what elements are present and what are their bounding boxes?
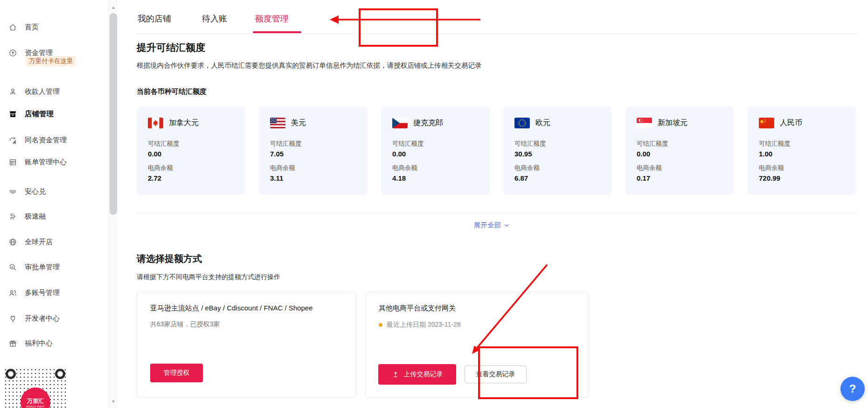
sidebar-item-label: 全球开店 <box>25 238 53 246</box>
scrollbar-thumb[interactable] <box>110 13 117 215</box>
limit-value: 7.05 <box>270 150 368 158</box>
help-button[interactable]: ? <box>840 377 865 401</box>
sidebar-item-label: 同名资金管理 <box>25 136 67 145</box>
currency-name: 新加坡元 <box>658 118 687 128</box>
sidebar-item-anxin-exchange[interactable]: 安心兑 <box>8 186 46 197</box>
worldcard-badge: 万里付卡在这里 <box>26 56 76 66</box>
sidebar-item-same-name-funds[interactable]: 同名资金管理 <box>8 134 67 146</box>
balance-value: 6.87 <box>514 174 612 182</box>
sidebar-item-multi-account[interactable]: 多账号管理 <box>8 287 60 298</box>
sidebar-item-developer[interactable]: 开发者中心 <box>8 313 60 324</box>
exchange-link-icon <box>8 187 17 196</box>
sidebar-item-label: 安心兑 <box>25 187 46 196</box>
limit-value: 0.00 <box>148 150 245 158</box>
balance-value: 2.72 <box>148 174 245 182</box>
bill-table-icon <box>8 158 17 167</box>
sidebar-item-label: 首页 <box>25 23 39 32</box>
manage-auth-button[interactable]: 管理授权 <box>150 364 203 382</box>
platform-card-title: 亚马逊主流站点 / eBay / Cdiscount / FNAC / Shop… <box>150 304 312 313</box>
sidebar-item-approval[interactable]: 审批单管理 <box>8 261 60 273</box>
sidebar-item-payee[interactable]: 收款人管理 <box>8 86 60 97</box>
czech-flag-icon <box>392 118 408 128</box>
expand-all-link[interactable]: 展开全部 <box>474 221 510 230</box>
upload-records-button[interactable]: 上传交易记录 <box>378 364 456 385</box>
limit-label: 可结汇额度 <box>392 140 490 148</box>
balance-label: 电商余额 <box>759 164 856 172</box>
balance-value: 4.18 <box>392 174 490 182</box>
sidebar-item-label: 开发者中心 <box>25 314 60 323</box>
other-card-title: 其他电商平台或支付网关 <box>379 304 456 313</box>
balance-label: 电商余额 <box>148 164 245 172</box>
shop-icon <box>8 110 17 119</box>
singapore-flag-icon <box>637 118 652 128</box>
qr-logo-subtext: WORLD FIRST <box>26 405 45 408</box>
platform-auth-card: 亚马逊主流站点 / eBay / Cdiscount / FNAC / Shop… <box>137 292 356 398</box>
speed-loan-icon <box>8 212 17 221</box>
qr-finder-ring <box>55 369 65 379</box>
tab-pending[interactable]: 待入账 <box>202 13 227 24</box>
currency-name: 加拿大元 <box>169 118 199 128</box>
sidebar-item-label: 多账号管理 <box>25 288 60 297</box>
currency-card-cad: 加拿大元 可结汇额度 0.00 电商余额 2.72 <box>137 106 245 195</box>
multi-user-icon <box>8 288 17 297</box>
qr-logo: 万里汇 WORLD FIRST <box>21 387 50 408</box>
sidebar: 首页 资金管理 万里付卡在这里 收款人管理 店铺管理 同名资金管理 账单管理中心… <box>0 0 108 408</box>
approval-search-check-icon <box>8 263 17 272</box>
balance-label: 电商余额 <box>514 164 612 172</box>
eu-flag-icon <box>514 118 530 128</box>
section-description-method: 请根据下方不同电商平台支持的提额方式进行操作 <box>137 273 280 281</box>
plug-icon <box>8 314 17 323</box>
transfer-person-icon <box>8 136 17 145</box>
platform-card-subtitle: 共63家店铺，已授权3家 <box>150 320 220 329</box>
balance-label: 电商余额 <box>270 164 368 172</box>
section-divider <box>137 213 859 213</box>
sidebar-item-label: 福利中心 <box>25 339 53 348</box>
other-platform-card: 其他电商平台或支付网关 最近上传日期 2023-11-28 上传交易记录 查看交… <box>365 292 589 398</box>
funds-up-icon <box>8 49 17 57</box>
sidebar-item-label: 店铺管理 <box>25 109 54 119</box>
currency-name: 美元 <box>291 118 306 128</box>
balance-value: 3.11 <box>270 174 368 182</box>
currency-card-row: 加拿大元 可结汇额度 0.00 电商余额 2.72 美元 可结汇额度 7.05 … <box>137 106 856 195</box>
china-flag-icon <box>759 118 774 128</box>
sidebar-item-global-store[interactable]: 全球开店 <box>8 236 53 247</box>
section-title-quota: 提升可结汇额度 <box>137 41 205 54</box>
canada-flag-icon <box>148 118 163 128</box>
sidebar-item-bill-center[interactable]: 账单管理中心 <box>8 156 67 168</box>
currency-card-cny: 人民币 可结汇额度 1.00 电商余额 720.99 <box>748 106 856 195</box>
limit-value: 1.00 <box>759 150 856 158</box>
sidebar-item-welfare[interactable]: 福利中心 <box>8 338 53 349</box>
tabs-divider <box>137 34 859 34</box>
currency-quota-subtitle: 当前各币种可结汇额度 <box>137 87 207 96</box>
upload-records-label: 上传交易记录 <box>404 370 443 379</box>
view-records-button[interactable]: 查看交易记录 <box>465 366 527 383</box>
currency-card-eur: 欧元 可结汇额度 30.95 电商余额 6.87 <box>503 106 612 195</box>
sidebar-item-shop[interactable]: 店铺管理 <box>8 108 54 120</box>
tab-my-shops[interactable]: 我的店铺 <box>138 13 171 24</box>
global-store-icon <box>8 238 17 246</box>
limit-value: 0.00 <box>392 150 490 158</box>
vertical-scrollbar[interactable]: ▲ ▼ <box>108 0 118 408</box>
scrollbar-down-arrow[interactable]: ▼ <box>109 397 118 406</box>
scrollbar-up-arrow[interactable]: ▲ <box>109 3 118 12</box>
currency-card-usd: 美元 可结汇额度 7.05 电商余额 3.11 <box>259 106 368 195</box>
balance-value: 0.17 <box>637 174 734 182</box>
last-upload-row: 最近上传日期 2023-11-28 <box>379 321 460 329</box>
qr-finder-ring <box>6 369 16 379</box>
sidebar-item-home[interactable]: 首页 <box>8 21 39 33</box>
limit-value: 0.00 <box>637 150 734 158</box>
qr-logo-text: 万里汇 <box>27 397 44 405</box>
sidebar-item-speed-loan[interactable]: 极速融 <box>8 211 46 222</box>
currency-card-sgd: 新加坡元 可结汇额度 0.00 电商余额 0.17 <box>625 106 734 195</box>
home-icon <box>8 23 17 32</box>
limit-label: 可结汇额度 <box>514 140 612 148</box>
tab-quota-management[interactable]: 额度管理 <box>255 13 289 24</box>
balance-label: 电商余额 <box>637 164 734 172</box>
main-content: 我的店铺 待入账 额度管理 提升可结汇额度 根据境内合作伙伴要求，人民币结汇需要… <box>118 0 868 408</box>
sidebar-item-label: 极速融 <box>25 212 46 221</box>
payee-person-icon <box>8 87 17 96</box>
upload-icon <box>392 371 399 378</box>
gift-icon <box>8 339 17 348</box>
currency-name: 人民币 <box>780 118 802 128</box>
balance-label: 电商余额 <box>392 164 490 172</box>
